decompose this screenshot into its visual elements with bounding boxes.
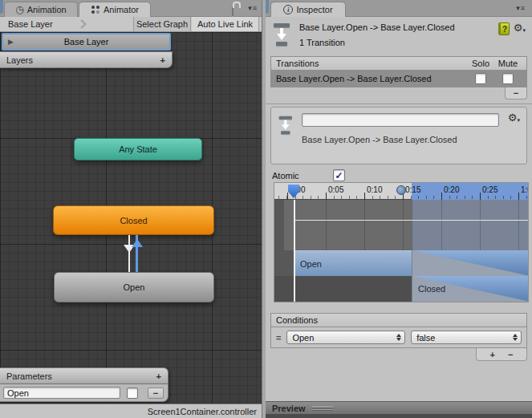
transition-arrowhead-up-icon — [132, 239, 143, 247]
solo-column-header: Solo — [467, 59, 494, 68]
tab-animator-label: Animator — [104, 5, 139, 14]
conditions-title: Conditions — [276, 315, 318, 325]
inspector-title: Base Layer.Open -> Base Layer.Closed — [299, 22, 455, 32]
state-machine-graph[interactable]: ▶ Base Layer Layers + Any State Closed O… — [0, 32, 262, 404]
state-node-label: Any State — [119, 144, 157, 154]
preview-splitter-bar[interactable]: Preview — [266, 401, 532, 414]
tab-inspector-label: Inspector — [296, 5, 332, 14]
parameter-value-checkbox[interactable] — [127, 388, 138, 399]
add-layer-button[interactable]: + — [160, 55, 165, 65]
transition-icon — [278, 116, 293, 135]
section-divider — [266, 103, 532, 104]
drag-handle-icon[interactable]: = — [276, 333, 281, 343]
transitions-title: Transitions — [276, 59, 467, 68]
tab-animation[interactable]: ◷ Animation — [4, 2, 78, 17]
layer-row-base-layer[interactable]: ▶ Base Layer — [2, 33, 171, 51]
animator-window: ◷ Animation Animator ▾≡ Base Layer Selec… — [0, 0, 262, 418]
add-condition-button[interactable]: + — [490, 350, 495, 359]
help-icon[interactable]: ? — [498, 22, 510, 35]
solo-checkbox[interactable] — [475, 73, 486, 84]
minus-label: − — [514, 88, 518, 98]
conditions-box: Conditions = Open false + − — [270, 313, 527, 348]
transition-arrow-closed-to-open[interactable] — [128, 235, 130, 272]
status-bar: Screen1Container.controller — [0, 404, 262, 418]
transition-row-label: Base Layer.Open -> Base Layer.Closed — [276, 74, 467, 83]
crossfade-wedge — [412, 250, 529, 276]
info-icon: i — [283, 5, 293, 14]
condition-value-dropdown[interactable]: false — [411, 331, 522, 344]
preview-title: Preview — [272, 404, 306, 413]
select-graph-label: Select Graph — [136, 19, 188, 29]
auto-live-link-label: Auto Live Link — [197, 19, 253, 29]
transitions-box: Transitions Solo Mute Base Layer.Open ->… — [270, 56, 527, 87]
animator-icon — [91, 5, 100, 14]
parameters-header: Parameters + — [0, 367, 169, 384]
state-node-open[interactable]: Open — [54, 272, 214, 302]
remove-condition-button[interactable]: − — [508, 350, 513, 359]
clip-label: Closed — [418, 284, 445, 294]
inspector-content: Base Layer.Open -> Base Layer.Closed 1 T… — [266, 17, 532, 401]
tab-animator[interactable]: Animator — [79, 2, 151, 17]
tab-inspector[interactable]: i Inspector — [270, 2, 346, 17]
atomic-row: Atomic ✓ — [272, 169, 345, 181]
preview-drag-handle[interactable] — [312, 406, 333, 410]
ruler-tick-label: 0:20 — [444, 185, 459, 194]
remove-transition-button[interactable]: − — [505, 87, 527, 99]
clock-icon: ◷ — [15, 5, 23, 14]
ruler-tick-label: 1:00 — [521, 185, 529, 194]
transition-start-marker-icon[interactable] — [396, 185, 406, 195]
condition-row: = Open false — [270, 327, 527, 348]
state-node-closed[interactable]: Closed — [53, 205, 214, 235]
dropdown-arrows-icon — [512, 334, 518, 341]
inspector-tabbar: i Inspector ▾≡ — [266, 0, 532, 17]
window-menu-icon[interactable]: ▾≡ — [248, 4, 258, 12]
atomic-checkbox[interactable]: ✓ — [333, 169, 345, 181]
mute-column-header: Mute — [494, 59, 522, 68]
breadcrumb-bar: Base Layer Select Graph Auto Live Link — [0, 17, 262, 32]
dock-handle — [0, 0, 3, 14]
parameters-header-label: Parameters — [6, 371, 52, 381]
playhead-line[interactable] — [294, 200, 295, 302]
clip-label: Open — [300, 259, 322, 269]
lock-icon[interactable] — [232, 6, 234, 17]
inspector-menu-icon[interactable]: ▾≡ — [516, 4, 526, 12]
auto-live-link-button[interactable]: Auto Live Link — [192, 17, 259, 31]
controller-path-label: Screen1Container.controller — [148, 407, 257, 416]
timeline-ruler[interactable]: 0:00 0:05 0:10 0:15 0:20 0:25 1:00 — [274, 183, 529, 200]
layers-header: Layers + — [0, 51, 173, 68]
ruler-tick-label: 0:05 — [328, 185, 343, 194]
remove-parameter-button[interactable]: − — [148, 388, 164, 399]
dropdown-arrows-icon — [396, 334, 401, 341]
animator-tabbar: ◷ Animation Animator ▾≡ — [0, 0, 262, 17]
timeline-body: Open Closed — [274, 200, 529, 302]
atomic-label: Atomic — [272, 171, 333, 181]
inspector-subtitle: 1 Transition — [299, 38, 345, 47]
add-parameter-button[interactable]: + — [156, 371, 161, 381]
transition-detail-box: ⚙▾ Base Layer.Open -> Base Layer.Closed — [270, 107, 527, 164]
blend-graph-zone — [274, 200, 529, 250]
track-open: Open — [274, 250, 529, 276]
transition-name-input[interactable] — [302, 113, 499, 127]
breadcrumb-layer[interactable]: Base Layer — [8, 19, 53, 29]
detail-gear-icon[interactable]: ⚙▾ — [508, 112, 520, 123]
parameter-name-input[interactable] — [3, 387, 120, 399]
ruler-tick-label: 0:15 — [405, 185, 420, 194]
clip-bar-open[interactable]: Open — [294, 250, 412, 276]
layer-name: Base Layer — [64, 37, 109, 47]
condition-parameter-dropdown[interactable]: Open — [286, 331, 405, 344]
transition-list-row-selected[interactable]: Base Layer.Open -> Base Layer.Closed — [270, 71, 527, 87]
parameter-row: − — [0, 384, 169, 402]
inspector-window: i Inspector ▾≡ Base Layer.Open -> Base L… — [266, 0, 532, 418]
mute-checkbox[interactable] — [502, 73, 514, 84]
gear-icon[interactable]: ⚙▾ — [514, 22, 526, 33]
track-closed: Closed — [274, 276, 529, 302]
transition-icon — [273, 22, 290, 47]
tab-animation-label: Animation — [27, 5, 67, 14]
clip-bar-closed[interactable]: Closed — [412, 276, 529, 302]
state-node-label: Closed — [120, 216, 147, 225]
transitions-header: Transitions Solo Mute — [270, 56, 527, 71]
select-graph-button[interactable]: Select Graph — [133, 17, 191, 31]
transition-timeline[interactable]: 0:00 0:05 0:10 0:15 0:20 0:25 1:00 — [274, 182, 529, 302]
state-node-any-state[interactable]: Any State — [74, 138, 202, 160]
ruler-minor-ticks — [274, 196, 529, 199]
